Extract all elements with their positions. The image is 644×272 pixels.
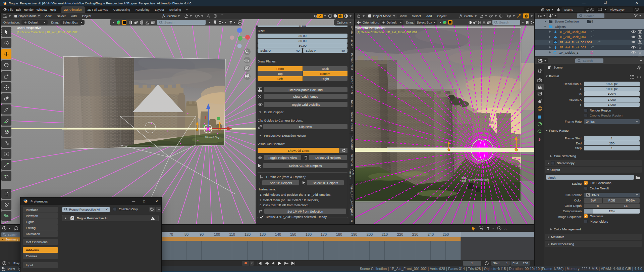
svg-text:User Perspective: User Perspective [17,26,41,30]
svg-text:Camera Perspective: Camera Perspective [357,26,385,30]
svg-text:Microsoft Bing: Microsoft Bing [205,136,219,139]
svg-text:Microsoft Bing: Microsoft Bing [468,178,489,182]
svg-text:(1) Scene Collection | 1P_Aid_: (1) Scene Collection | 1P_Aid_Front_001.… [17,31,77,34]
svg-text:(1) Scene Collection | 1P_Aid_: (1) Scene Collection | 1P_Aid_Front_001.… [357,31,417,34]
